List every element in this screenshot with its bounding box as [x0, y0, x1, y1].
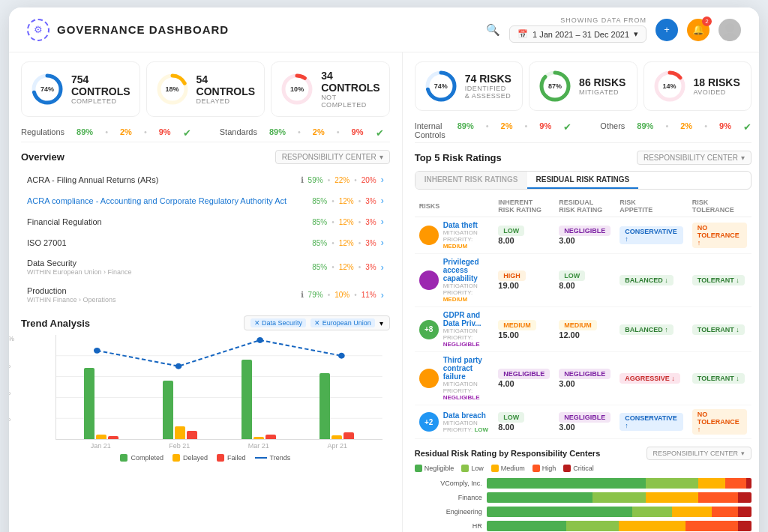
- kpi-info-risks-identified: 74 RISKS IDENTIFIED & ASSESSED: [465, 73, 513, 100]
- inherent-score-4: 8.00: [498, 423, 550, 432]
- y-50: 50%: [9, 389, 14, 396]
- label-critical: Critical: [573, 465, 594, 472]
- risk-cell-appetite-1: BALANCED ↓: [615, 254, 688, 307]
- standards-label: Standards: [220, 127, 257, 139]
- residual-section: Residual Risk Rating by Responsibility C…: [415, 447, 752, 532]
- info-icon-5: ℹ: [301, 290, 304, 300]
- residual-bar-track-3: [487, 521, 752, 531]
- residual-score-0: 3.00: [559, 236, 610, 245]
- chevron-item-5: ›: [381, 290, 384, 300]
- bar-group-apr: [320, 335, 354, 439]
- risk-row-0[interactable]: Data theft MITIGATION PRIORITY: MEDIUM L…: [415, 217, 752, 254]
- kpi-count-risks-mitigated: 86 RISKS: [579, 76, 626, 88]
- col-inherent: INHERENTRISK RATING: [494, 196, 554, 217]
- risk-cell-inherent-3: NEGLIGIBLE 4.00: [494, 352, 554, 405]
- overview-item-3[interactable]: ISO 27001 85% • 12% • 3% ›: [21, 233, 390, 253]
- y-100: 100%: [9, 335, 14, 342]
- risk-priority-1: MITIGATION PRIORITY: MEDIUM: [443, 282, 490, 303]
- bar-group-jan: [84, 335, 118, 439]
- risk-name-cell-3: Third party contract failure MITIGATION …: [419, 356, 490, 401]
- col-residual: RESIDUALRISK RATING: [554, 196, 615, 217]
- regulations-check: ✔: [183, 127, 191, 139]
- legend-critical: Critical: [563, 465, 594, 472]
- item-green-2: 85%: [312, 218, 327, 226]
- notification-button[interactable]: 🔔 2: [687, 19, 710, 41]
- showing-label: SHOWING DATA FROM: [560, 16, 646, 24]
- seg-0-1: [646, 478, 699, 489]
- residual-bar-label-0: VComply, Inc.: [415, 480, 482, 487]
- date-range-selector[interactable]: 📅 1 Jan 2021 – 31 Dec 2021 ▾: [509, 25, 646, 43]
- risk-row-4[interactable]: +2 Data breach MITIGATION PRIORITY: LOW …: [415, 405, 752, 439]
- appetite-pill-3: AGGRESSIVE ↓: [620, 373, 680, 384]
- item-red-4: 3%: [365, 263, 376, 271]
- donut-risks-avoided: 14%: [653, 70, 686, 103]
- risk-name-2: GDPR and Data Priv...: [443, 311, 490, 327]
- overview-filter-label: RESPONSIBILITY CENTER: [282, 153, 376, 161]
- legend-line-trends: [255, 457, 267, 459]
- legend-dot-completed: [120, 454, 128, 462]
- kpi-label-completed: COMPLETED: [71, 97, 130, 105]
- overview-filter[interactable]: RESPONSIBILITY CENTER ▾: [275, 150, 390, 164]
- trend-filter[interactable]: ✕ Data Security ✕ European Union ▾: [244, 315, 390, 330]
- tab-residual[interactable]: RESIDUAL RISK RATINGS: [527, 172, 639, 189]
- residual-bar-row-1: Finance: [415, 492, 752, 503]
- appetite-pill-0: CONSERVATIVE ↑: [620, 226, 683, 244]
- risk-ratings-filter[interactable]: RESPONSIBILITY CENTER ▾: [637, 151, 752, 165]
- risk-cell-name-1: Privileged access capability MITIGATION …: [415, 254, 494, 307]
- kpi-risks-mitigated: 87% 86 RISKS MITIGATED: [529, 61, 637, 111]
- kpi-count-risks-avoided: 18 RISKS: [694, 76, 740, 88]
- inherent-score-3: 4.00: [498, 379, 550, 388]
- risk-cell-residual-1: LOW 8.00: [554, 254, 615, 307]
- tolerance-pill-4: NO TOLERANCE ↑: [692, 409, 747, 435]
- risk-row-1[interactable]: Privileged access capability MITIGATION …: [415, 254, 752, 307]
- left-panel: 74% 754 CONTROLS COMPLETED 18% 54 CONTRO…: [9, 52, 403, 532]
- overview-item-1[interactable]: ACRA compliance - Accounting and Corpora…: [21, 191, 390, 211]
- residual-bar-track-1: [487, 492, 752, 503]
- overview-item-right-0: ℹ 59% • 22% • 20% ›: [301, 175, 384, 185]
- overview-item-2[interactable]: Financial Regulation 85% • 12% • 3% ›: [21, 212, 390, 232]
- bar-green-feb: [163, 381, 173, 439]
- risk-name-4: Data breach: [443, 411, 490, 420]
- risk-name-cell-1: Privileged access capability MITIGATION …: [419, 258, 490, 303]
- overview-item-0[interactable]: ACRA - Filing Annual Returns (ARs) ℹ 59%…: [21, 170, 390, 190]
- search-icon[interactable]: 🔍: [486, 23, 500, 37]
- overview-title: Overview: [21, 151, 64, 163]
- item-red-1: 3%: [365, 197, 376, 205]
- overview-item-name-5: Production: [27, 286, 116, 295]
- overview-item-4[interactable]: Data Security WITHIN European Union › Fi…: [21, 254, 390, 280]
- item-green-0: 59%: [308, 176, 323, 184]
- residual-score-1: 8.00: [559, 281, 610, 290]
- kpi-risks-identified: 74% 74 RISKS IDENTIFIED & ASSESSED: [415, 61, 523, 111]
- inherent-badge-0: LOW: [498, 226, 524, 236]
- chevron-item-0: ›: [381, 175, 384, 185]
- date-picker[interactable]: SHOWING DATA FROM 📅 1 Jan 2021 – 31 Dec …: [509, 16, 646, 43]
- residual-filter[interactable]: RESPONSIBILITY CENTER ▾: [646, 447, 752, 460]
- legend-delayed: Delayed: [172, 454, 208, 462]
- user-avatar[interactable]: [718, 19, 741, 41]
- residual-header: Residual Risk Rating by Responsibility C…: [415, 447, 752, 460]
- kpi-label-delayed: DELAYED: [196, 97, 256, 105]
- add-button[interactable]: +: [656, 19, 678, 41]
- logo-icon: ⚙: [27, 19, 50, 41]
- kpi-row-controls: 74% 754 CONTROLS COMPLETED 18% 54 CONTRO…: [21, 61, 390, 117]
- residual-score-3: 3.00: [559, 379, 610, 388]
- kpi-info-risks-mitigated: 86 RISKS MITIGATED: [579, 76, 626, 96]
- risk-row-3[interactable]: Third party contract failure MITIGATION …: [415, 352, 752, 405]
- overview-item-5[interactable]: Production WITHIN Finance › Operations ℹ…: [21, 282, 390, 308]
- risk-cell-appetite-3: AGGRESSIVE ↓: [615, 352, 688, 405]
- risk-avatar-1: [419, 270, 439, 290]
- standards-check: ✔: [376, 127, 384, 139]
- trend-header: Trend Analysis ✕ Data Security ✕ Europea…: [21, 315, 390, 330]
- bar-green-apr: [320, 373, 330, 439]
- ic-orange: 2%: [501, 121, 513, 139]
- residual-score-2: 12.00: [559, 330, 610, 339]
- tab-inherent[interactable]: INHERENT RISK RATINGS: [416, 172, 527, 189]
- risk-row-2[interactable]: +8 GDPR and Data Priv... MITIGATION PRIO…: [415, 307, 752, 352]
- seg-1-3: [698, 492, 738, 503]
- overview-item-right-1: 85% • 12% • 3% ›: [312, 196, 384, 206]
- item-green-1: 85%: [312, 197, 327, 205]
- donut-pct-delayed: 18%: [166, 85, 179, 93]
- stats-row-right: Internal Controls 89% • 2% • 9% ✔ Others…: [415, 118, 752, 143]
- legend-dot-delayed: [172, 454, 180, 462]
- chart-legend: Completed Delayed Failed Trends: [21, 454, 390, 462]
